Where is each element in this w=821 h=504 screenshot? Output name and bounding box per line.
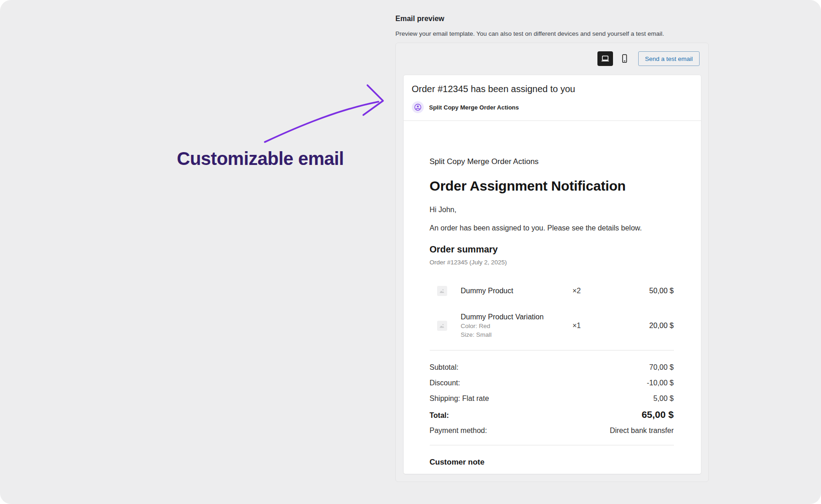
product-name: Dummy Product (461, 286, 573, 296)
email-header: Order #12345 has been assigned to you (404, 75, 701, 121)
product-thumbnail (437, 321, 447, 331)
email-subject: Order #12345 has been assigned to you (412, 83, 693, 95)
intro-text: An order has been assigned to you. Pleas… (430, 224, 674, 233)
total-label: Payment method: (430, 426, 487, 435)
mobile-preview-button[interactable] (618, 51, 630, 66)
image-placeholder-icon (439, 288, 445, 294)
product-quantity: ×1 (573, 322, 650, 330)
page-title: Email preview (395, 14, 709, 23)
send-test-email-button[interactable]: Send a test email (638, 51, 700, 66)
page-subtitle: Preview your email template. You can als… (395, 30, 709, 38)
total-row: Shipping: Flat rate 5,00 $ (430, 394, 674, 403)
total-value: Direct bank transfer (610, 426, 674, 435)
total-label: Shipping: Flat rate (430, 394, 489, 403)
greeting-text: Hi John, (430, 205, 674, 214)
customer-note-title: Customer note (430, 457, 674, 467)
total-label: Discount: (430, 378, 460, 387)
total-row: Discount: -10,00 $ (430, 378, 674, 387)
total-value: 5,00 $ (653, 394, 673, 403)
smartphone-icon (619, 53, 629, 64)
order-totals: Subtotal: 70,00 $ Discount: -10,00 $ Shi… (430, 363, 674, 435)
total-value: 70,00 $ (649, 363, 673, 372)
email-body: Split Copy Merge Order Actions Order Ass… (404, 121, 701, 467)
order-meta: Order #12345 (July 2, 2025) (430, 258, 674, 266)
email-heading: Order Assignment Notification (430, 178, 674, 194)
order-items: Dummy Product ×2 50,00 $ (430, 286, 674, 339)
total-value: 65,00 $ (641, 410, 673, 419)
sender-name: Split Copy Merge Order Actions (429, 104, 519, 111)
email-preview-card: Send a test email Order #12345 has been … (395, 43, 709, 482)
divider (430, 350, 674, 351)
product-quantity: ×2 (573, 287, 650, 295)
total-row: Subtotal: 70,00 $ (430, 363, 674, 372)
product-price: 20,00 $ (649, 322, 673, 330)
store-name: Split Copy Merge Order Actions (430, 157, 674, 167)
page-background: Customizable email Email preview Preview… (0, 0, 821, 504)
laptop-icon (600, 54, 610, 64)
total-label: Subtotal: (430, 363, 459, 372)
order-item-row: Dummy Product Variation Color: Red Size:… (430, 312, 674, 339)
email-preview-section: Email preview Preview your email templat… (395, 14, 709, 482)
product-attribute: Size: Small (461, 330, 573, 339)
desktop-preview-button[interactable] (597, 51, 613, 66)
product-name: Dummy Product Variation (461, 312, 573, 322)
order-summary-title: Order summary (430, 244, 674, 255)
email-preview-panel[interactable]: Order #12345 has been assigned to you (403, 75, 701, 474)
preview-toolbar: Send a test email (396, 43, 708, 66)
user-circle-icon (414, 103, 422, 111)
email-sender-row: Split Copy Merge Order Actions (412, 101, 693, 113)
sender-avatar (412, 101, 424, 113)
image-placeholder-icon (439, 323, 445, 329)
total-row-grand: Total: 65,00 $ (430, 410, 674, 420)
product-thumbnail (437, 286, 447, 296)
total-value: -10,00 $ (647, 378, 674, 387)
divider (430, 445, 674, 445)
product-price: 50,00 $ (649, 287, 673, 295)
annotation-label: Customizable email (177, 148, 344, 169)
total-row: Payment method: Direct bank transfer (430, 426, 674, 435)
order-item-row: Dummy Product ×2 50,00 $ (430, 286, 674, 296)
product-attribute: Color: Red (461, 322, 573, 330)
total-label: Total: (430, 411, 449, 420)
